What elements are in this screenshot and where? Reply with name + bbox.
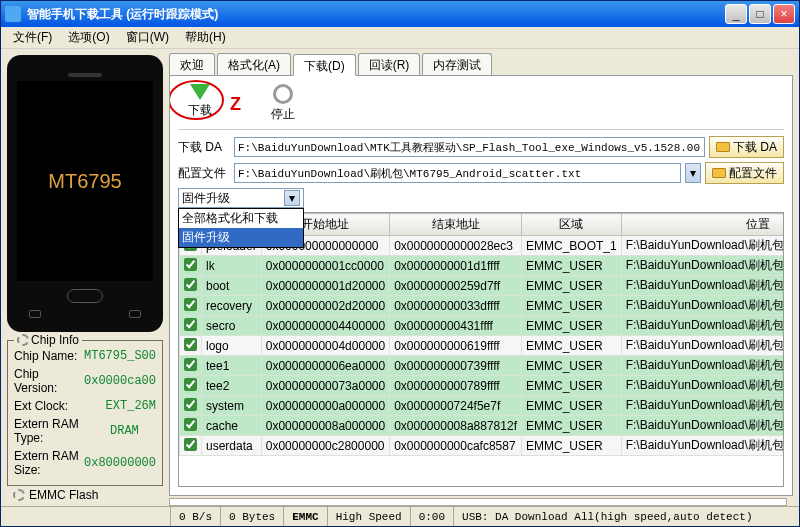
progress-bar bbox=[169, 498, 787, 506]
chip-version-label: Chip Version: bbox=[14, 367, 84, 395]
row-checkbox[interactable] bbox=[184, 278, 197, 291]
row-loc: F:\BaiduYunDownload\刷机包\system.img bbox=[621, 396, 784, 416]
status-usb: USB: DA Download All(high speed,auto det… bbox=[454, 507, 799, 526]
row-begin: 0x0000000001cc0000 bbox=[261, 256, 389, 276]
mode-option-1[interactable]: 固件升级 bbox=[179, 228, 303, 247]
gear-icon bbox=[17, 334, 29, 346]
left-column: MT6795 Chip Info Chip Name:MT6795_S00 Ch… bbox=[1, 49, 169, 506]
row-checkbox[interactable] bbox=[184, 298, 197, 311]
mode-dropdown[interactable]: 固件升级 ▾ 全部格式化和下载 固件升级 bbox=[178, 188, 304, 208]
maximize-button[interactable]: □ bbox=[749, 4, 771, 24]
tab-readback[interactable]: 回读(R) bbox=[358, 53, 421, 75]
gear-icon bbox=[13, 489, 25, 501]
col-region[interactable]: 区域 bbox=[521, 214, 621, 236]
table-row[interactable]: tee20x00000000073a00000x000000000789ffff… bbox=[180, 376, 785, 396]
table-row[interactable]: userdata0x00000000c28000000x000000000caf… bbox=[180, 436, 785, 456]
table-row[interactable]: boot0x0000000001d200000x00000000259d7ffE… bbox=[180, 276, 785, 296]
status-time: 0:00 bbox=[411, 507, 454, 526]
action-row: 下载 Z 停止 bbox=[178, 84, 784, 130]
chip-info-title: Chip Info bbox=[14, 333, 82, 347]
menu-window[interactable]: 窗口(W) bbox=[118, 27, 177, 48]
menu-help[interactable]: 帮助(H) bbox=[177, 27, 234, 48]
row-begin: 0x000000000a000000 bbox=[261, 396, 389, 416]
row-begin: 0x0000000002d20000 bbox=[261, 296, 389, 316]
col-end[interactable]: 结束地址 bbox=[390, 214, 522, 236]
titlebar: 智能手机下载工具 (运行时跟踪模式) _ □ × bbox=[1, 1, 799, 27]
phone-right-button bbox=[129, 310, 141, 318]
scatter-browse-button[interactable]: 配置文件 bbox=[705, 162, 784, 184]
row-checkbox[interactable] bbox=[184, 318, 197, 331]
row-end: 0x000000000789ffff bbox=[390, 376, 522, 396]
row-region: EMMC_USER bbox=[521, 356, 621, 376]
phone-screen: MT6795 bbox=[17, 81, 153, 281]
da-path-input[interactable] bbox=[234, 137, 705, 157]
ram-type-value: DRAM bbox=[110, 424, 156, 438]
row-end: 0x0000000000028ec3 bbox=[390, 236, 522, 256]
row-loc: F:\BaiduYunDownload\刷机包\boot.img bbox=[621, 276, 784, 296]
app-window: 智能手机下载工具 (运行时跟踪模式) _ □ × 文件(F) 选项(O) 窗口(… bbox=[0, 0, 800, 527]
emmc-label: EMMC Flash bbox=[29, 488, 98, 502]
row-name: secro bbox=[202, 316, 262, 336]
row-name: boot bbox=[202, 276, 262, 296]
ext-clock-label: Ext Clock: bbox=[14, 399, 106, 413]
row-checkbox[interactable] bbox=[184, 398, 197, 411]
menu-options[interactable]: 选项(O) bbox=[60, 27, 117, 48]
scatter-path-input[interactable] bbox=[234, 163, 681, 183]
app-icon bbox=[5, 6, 21, 22]
row-checkbox[interactable] bbox=[184, 258, 197, 271]
row-checkbox[interactable] bbox=[184, 358, 197, 371]
menu-file[interactable]: 文件(F) bbox=[5, 27, 60, 48]
row-loc: F:\BaiduYunDownload\刷机包\lk.bin bbox=[621, 256, 784, 276]
row-end: 0x0000000001d1ffff bbox=[390, 256, 522, 276]
table-row[interactable]: recovery0x0000000002d200000x00000000033d… bbox=[180, 296, 785, 316]
row-checkbox[interactable] bbox=[184, 418, 197, 431]
window-title: 智能手机下载工具 (运行时跟踪模式) bbox=[27, 6, 723, 23]
row-region: EMMC_USER bbox=[521, 336, 621, 356]
row-name: tee2 bbox=[202, 376, 262, 396]
row-checkbox[interactable] bbox=[184, 378, 197, 391]
minimize-button[interactable]: _ bbox=[725, 4, 747, 24]
download-button[interactable]: 下载 bbox=[178, 84, 222, 119]
stop-icon bbox=[273, 84, 293, 104]
stop-button[interactable]: 停止 bbox=[261, 84, 305, 123]
ram-size-value: 0x80000000 bbox=[84, 456, 156, 470]
table-row[interactable]: cache0x000000008a0000000x000000008a88781… bbox=[180, 416, 785, 436]
row-name: userdata bbox=[202, 436, 262, 456]
table-row[interactable]: lk0x0000000001cc00000x0000000001d1ffffEM… bbox=[180, 256, 785, 276]
row-loc: F:\BaiduYunDownload\刷机包\cache.img bbox=[621, 416, 784, 436]
row-checkbox[interactable] bbox=[184, 338, 197, 351]
table-row[interactable]: system0x000000000a0000000x0000000724f5e7… bbox=[180, 396, 785, 416]
row-loc: F:\BaiduYunDownload\刷机包\userdata.img bbox=[621, 436, 784, 456]
right-column: 欢迎 格式化(A) 下载(D) 回读(R) 内存测试 下载 Z 停止 bbox=[169, 49, 799, 506]
scatter-dropdown-chevron[interactable]: ▾ bbox=[685, 163, 701, 183]
phone-speaker bbox=[68, 73, 102, 77]
row-checkbox[interactable] bbox=[184, 438, 197, 451]
ram-type-label: Extern RAM Type: bbox=[14, 417, 110, 445]
tab-welcome[interactable]: 欢迎 bbox=[169, 53, 215, 75]
mode-select[interactable]: 固件升级 ▾ bbox=[178, 188, 304, 208]
phone-left-button bbox=[29, 310, 41, 318]
row-end: 0x000000008a887812f bbox=[390, 416, 522, 436]
row-name: system bbox=[202, 396, 262, 416]
row-end: 0x0000000724f5e7f bbox=[390, 396, 522, 416]
tab-memtest[interactable]: 内存测试 bbox=[422, 53, 492, 75]
annotation-2: Z bbox=[230, 94, 241, 115]
table-row[interactable]: tee10x0000000006ea00000x000000000739ffff… bbox=[180, 356, 785, 376]
mode-option-0[interactable]: 全部格式化和下载 bbox=[179, 209, 303, 228]
table-row[interactable]: logo0x0000000004d000000x000000000619ffff… bbox=[180, 336, 785, 356]
chevron-down-icon: ▾ bbox=[284, 190, 300, 206]
download-arrow-icon bbox=[190, 84, 210, 100]
row-region: EMMC_USER bbox=[521, 396, 621, 416]
tab-format[interactable]: 格式化(A) bbox=[217, 53, 291, 75]
close-button[interactable]: × bbox=[773, 4, 795, 24]
col-loc[interactable]: 位置 bbox=[621, 214, 784, 236]
row-region: EMMC_USER bbox=[521, 276, 621, 296]
download-label: 下载 bbox=[188, 102, 212, 119]
tab-download[interactable]: 下载(D) bbox=[293, 54, 356, 76]
phone-preview: MT6795 bbox=[7, 55, 163, 332]
chip-version-value: 0x0000ca00 bbox=[84, 374, 156, 388]
mode-dropdown-list: 全部格式化和下载 固件升级 bbox=[178, 208, 304, 248]
table-row[interactable]: secro0x00000000044000000x00000000431ffff… bbox=[180, 316, 785, 336]
row-loc: F:\BaiduYunDownload\刷机包\secro.img bbox=[621, 316, 784, 336]
da-browse-button[interactable]: 下载 DA bbox=[709, 136, 784, 158]
